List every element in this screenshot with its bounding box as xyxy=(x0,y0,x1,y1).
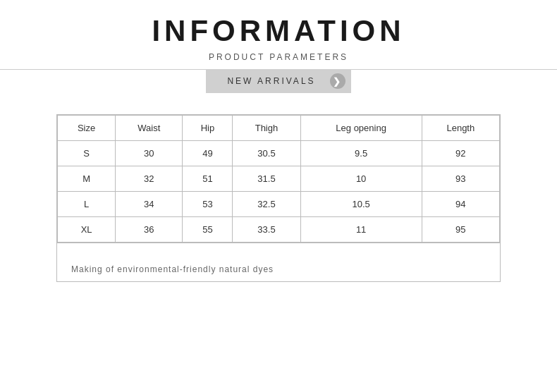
cell-r1-c0: M xyxy=(58,166,116,192)
cell-r0-c4: 9.5 xyxy=(300,141,422,166)
cell-r3-c5: 95 xyxy=(422,217,499,243)
table-row: M325131.51093 xyxy=(58,166,500,192)
cell-r1-c2: 51 xyxy=(183,166,233,192)
cell-r2-c3: 32.5 xyxy=(233,192,300,217)
table-body: S304930.59.592M325131.51093L345332.510.5… xyxy=(58,141,500,243)
cell-r0-c2: 49 xyxy=(183,141,233,166)
cell-r3-c3: 33.5 xyxy=(233,217,300,243)
cell-r3-c2: 55 xyxy=(183,217,233,243)
footer-box: Making of environmental-friendly natural… xyxy=(56,243,501,282)
new-arrivals-label: NEW ARRIVALS xyxy=(227,76,315,86)
table-header-row: Size Waist Hip Thigh Leg opening Length xyxy=(58,116,500,141)
table-row: L345332.510.594 xyxy=(58,192,500,217)
page-wrapper: INFORMATION PRODUCT PARAMETERS NEW ARRIV… xyxy=(0,0,557,392)
cell-r1-c5: 93 xyxy=(422,166,499,192)
arrow-icon: ❯ xyxy=(330,73,345,89)
cell-r2-c2: 53 xyxy=(183,192,233,217)
cell-r0-c1: 30 xyxy=(116,141,183,166)
cell-r3-c1: 36 xyxy=(116,217,183,243)
table-row: S304930.59.592 xyxy=(58,141,500,166)
new-arrivals-button[interactable]: NEW ARRIVALS ❯ xyxy=(206,69,350,93)
col-header-length: Length xyxy=(422,116,499,141)
col-header-leg-opening: Leg opening xyxy=(300,116,422,141)
header-section: INFORMATION PRODUCT PARAMETERS xyxy=(0,0,557,62)
cell-r2-c0: L xyxy=(58,192,116,217)
cell-r3-c0: XL xyxy=(58,217,116,243)
table-row: XL365533.51195 xyxy=(58,217,500,243)
table-container: Size Waist Hip Thigh Leg opening Length … xyxy=(56,114,501,243)
col-header-size: Size xyxy=(58,116,116,141)
content-area: Size Waist Hip Thigh Leg opening Length … xyxy=(0,93,557,296)
cell-r1-c3: 31.5 xyxy=(233,166,300,192)
cell-r2-c1: 34 xyxy=(116,192,183,217)
cell-r0-c5: 92 xyxy=(422,141,499,166)
cell-r1-c1: 32 xyxy=(116,166,183,192)
cell-r1-c4: 10 xyxy=(300,166,422,192)
cell-r0-c0: S xyxy=(58,141,116,166)
sub-title: PRODUCT PARAMETERS xyxy=(0,52,557,62)
col-header-waist: Waist xyxy=(116,116,183,141)
new-arrivals-banner: NEW ARRIVALS ❯ xyxy=(0,69,557,93)
cell-r2-c4: 10.5 xyxy=(300,192,422,217)
col-header-hip: Hip xyxy=(183,116,233,141)
footer-text: Making of environmental-friendly natural… xyxy=(68,264,489,274)
cell-r2-c5: 94 xyxy=(422,192,499,217)
main-title: INFORMATION xyxy=(0,14,557,48)
size-table: Size Waist Hip Thigh Leg opening Length … xyxy=(57,115,500,243)
cell-r3-c4: 11 xyxy=(300,217,422,243)
cell-r0-c3: 30.5 xyxy=(233,141,300,166)
col-header-thigh: Thigh xyxy=(233,116,300,141)
